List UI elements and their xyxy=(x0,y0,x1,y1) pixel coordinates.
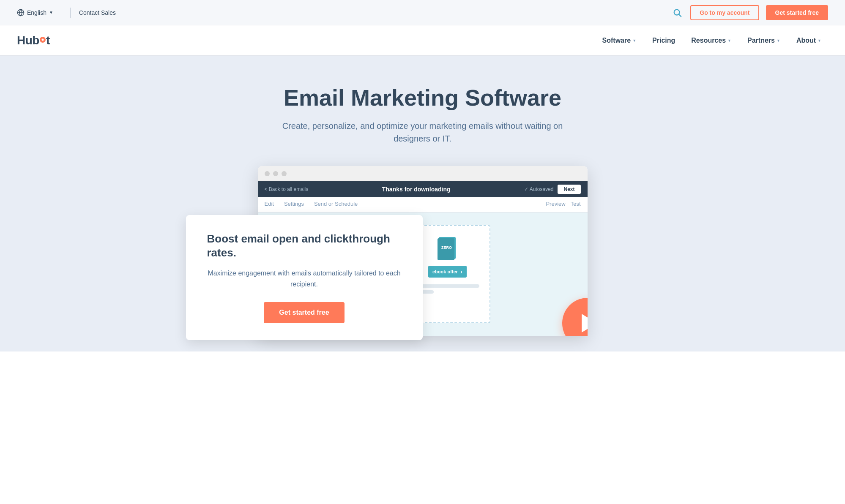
contact-sales-link[interactable]: Contact Sales xyxy=(79,9,116,16)
ebook-label: ebook offer xyxy=(432,269,458,274)
top-bar-right: Go to my account Get started free xyxy=(671,5,828,20)
nav-links: Software ▼ Pricing Resources ▼ Partners … xyxy=(596,33,828,48)
main-nav: Hubt Software ▼ Pricing Resources ▼ Part… xyxy=(0,25,845,56)
browser-back-button[interactable]: < Back to all emails xyxy=(265,186,309,192)
ebook-badge[interactable]: ebook offer xyxy=(428,266,467,278)
hero-subtitle: Create, personalize, and optimize your m… xyxy=(279,120,566,145)
browser-title-bar xyxy=(258,166,588,181)
language-selector[interactable]: English ▼ xyxy=(17,9,62,16)
nav-partners-label: Partners xyxy=(747,37,775,44)
browser-tab-settings[interactable]: Settings xyxy=(284,201,304,209)
top-bar: English ▼ Contact Sales Go to my account… xyxy=(0,0,845,25)
nav-resources-label: Resources xyxy=(691,37,726,44)
browser-tab-send[interactable]: Send or Schedule xyxy=(314,201,358,209)
floating-card-text: Maximize engagement with emails automati… xyxy=(207,268,402,289)
search-icon xyxy=(673,8,682,17)
nav-about-label: About xyxy=(796,37,816,44)
ebook-area: ZERO ebook offer xyxy=(428,236,467,278)
nav-item-about[interactable]: About ▼ xyxy=(790,33,828,48)
browser-toolbar: < Back to all emails Thanks for download… xyxy=(258,181,588,197)
chevron-down-icon: ▼ xyxy=(818,38,821,43)
logo-hub: Hub xyxy=(17,34,39,47)
floating-card-title: Boost email open and clickthrough rates. xyxy=(207,232,402,261)
nav-item-software[interactable]: Software ▼ xyxy=(596,33,643,48)
svg-text:ZERO: ZERO xyxy=(441,245,452,250)
play-button[interactable] xyxy=(562,298,588,336)
chevron-down-icon: ▼ xyxy=(777,38,780,43)
svg-line-3 xyxy=(679,14,681,16)
browser-tab-preview[interactable]: Preview xyxy=(546,201,565,209)
browser-next-button[interactable]: Next xyxy=(558,185,580,194)
browser-tab-bar: Edit Settings Send or Schedule Preview T… xyxy=(258,197,588,212)
go-to-account-button[interactable]: Go to my account xyxy=(690,5,759,20)
chevron-down-icon: ▼ xyxy=(49,10,53,15)
browser-email-title: Thanks for downloading xyxy=(382,186,451,193)
logo-t: t xyxy=(46,34,50,47)
nav-item-pricing[interactable]: Pricing xyxy=(645,33,682,48)
browser-dot-green xyxy=(282,171,287,176)
hero-title: Email Marketing Software xyxy=(17,85,828,110)
chevron-down-icon: ▼ xyxy=(632,38,636,43)
book-icon: ZERO xyxy=(437,236,458,262)
logo-area[interactable]: Hubt xyxy=(17,34,50,47)
logo-spot-icon xyxy=(40,37,46,43)
nav-software-label: Software xyxy=(602,37,631,44)
language-label: English xyxy=(27,9,46,16)
logo[interactable]: Hubt xyxy=(17,34,50,47)
browser-toolbar-right: ✓ Autosaved Next xyxy=(524,185,580,194)
hero-section: Email Marketing Software Create, persona… xyxy=(0,56,845,351)
nav-pricing-label: Pricing xyxy=(652,37,675,44)
search-button[interactable] xyxy=(671,6,684,19)
nav-item-partners[interactable]: Partners ▼ xyxy=(741,33,787,48)
browser-tab-edit[interactable]: Edit xyxy=(265,201,274,209)
browser-tab-test[interactable]: Test xyxy=(571,201,581,209)
browser-dot-yellow xyxy=(273,171,278,176)
browser-autosave: ✓ Autosaved xyxy=(524,186,553,192)
play-triangle-icon xyxy=(582,314,588,332)
chevron-down-icon: ▼ xyxy=(727,38,731,43)
browser-dot-red xyxy=(265,171,270,176)
nav-item-resources[interactable]: Resources ▼ xyxy=(684,33,738,48)
top-bar-left: English ▼ Contact Sales xyxy=(17,8,116,18)
get-started-top-button[interactable]: Get started free xyxy=(766,5,828,20)
vertical-divider xyxy=(70,8,71,18)
floating-card: Boost email open and clickthrough rates.… xyxy=(186,215,423,341)
get-started-hero-button[interactable]: Get started free xyxy=(264,302,344,323)
browser-tab-right: Preview Test xyxy=(546,201,580,209)
globe-icon xyxy=(17,9,25,16)
